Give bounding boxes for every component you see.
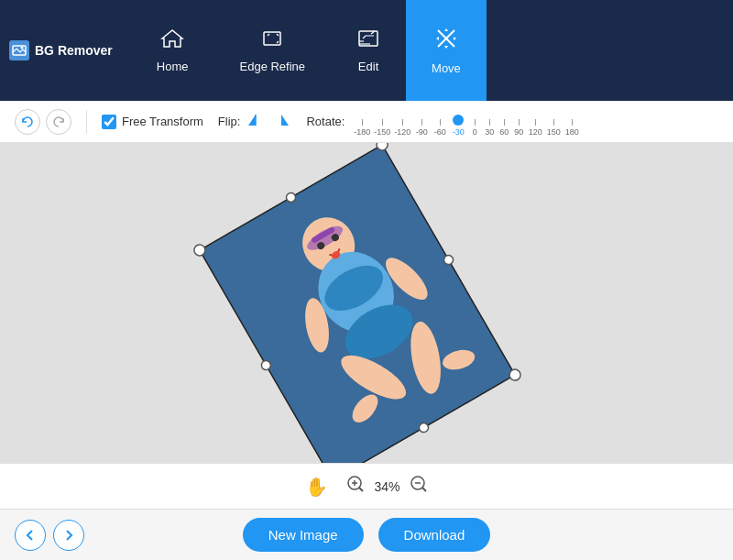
svg-line-42 bbox=[422, 488, 426, 491]
tab-edit-label: Edit bbox=[358, 60, 378, 73]
tick--60: -60 bbox=[431, 119, 449, 137]
rotate-ruler[interactable]: -180 -150 -120 -90 bbox=[352, 107, 581, 137]
tab-move-label: Move bbox=[432, 61, 461, 75]
rotate-label: Rotate: bbox=[306, 115, 345, 128]
main-layout: Free Transform Flip: Rotate: bbox=[0, 101, 733, 560]
redo-button[interactable] bbox=[46, 109, 71, 135]
edge-refine-icon bbox=[260, 28, 284, 52]
zoom-level-display: 34% bbox=[374, 479, 399, 494]
rotate-group: Rotate: -180 -150 bbox=[306, 107, 718, 137]
flip-group: Flip: bbox=[218, 113, 292, 131]
logo-icon bbox=[9, 40, 29, 60]
undo-button[interactable] bbox=[15, 109, 40, 135]
tick--30: -30 bbox=[449, 115, 467, 137]
svg-point-1 bbox=[21, 47, 24, 49]
free-transform-group: Free Transform bbox=[102, 115, 203, 129]
tab-move[interactable]: Move bbox=[406, 0, 487, 101]
undo-redo-group bbox=[15, 109, 71, 135]
tick-0: 0 bbox=[467, 119, 482, 137]
edit-icon bbox=[356, 28, 380, 52]
move-icon bbox=[434, 27, 458, 54]
app-header: BG Remover Home Edge Refine bbox=[0, 0, 733, 101]
tick-180: 180 bbox=[563, 119, 581, 137]
svg-marker-9 bbox=[281, 115, 289, 126]
tab-edge-refine[interactable]: Edge Refine bbox=[214, 0, 332, 101]
tick-150: 150 bbox=[544, 119, 563, 137]
tick-120: 120 bbox=[526, 119, 544, 137]
tick-60: 60 bbox=[497, 119, 511, 137]
free-transform-label: Free Transform bbox=[122, 115, 203, 128]
app-title: BG Remover bbox=[35, 43, 113, 58]
bottom-bar: ✋ 34% bbox=[0, 463, 733, 509]
canvas-svg bbox=[0, 143, 733, 463]
tick--180: -180 bbox=[352, 119, 372, 137]
tab-edge-refine-label: Edge Refine bbox=[240, 60, 306, 73]
svg-line-39 bbox=[359, 488, 363, 491]
app-logo: BG Remover bbox=[9, 40, 113, 60]
zoom-controls: 34% bbox=[346, 475, 427, 498]
next-button[interactable] bbox=[53, 520, 84, 551]
svg-marker-7 bbox=[248, 115, 256, 126]
tick-90: 90 bbox=[511, 119, 526, 137]
download-button[interactable]: Download bbox=[378, 518, 491, 552]
free-transform-checkbox[interactable] bbox=[102, 115, 116, 129]
zoom-out-button[interactable] bbox=[410, 475, 428, 498]
flip-horizontal-button[interactable] bbox=[246, 113, 266, 131]
tab-home[interactable]: Home bbox=[131, 0, 214, 101]
tick-30: 30 bbox=[482, 119, 497, 137]
footer: New Image Download bbox=[0, 509, 733, 560]
flip-vertical-button[interactable] bbox=[271, 113, 291, 131]
separator-1 bbox=[86, 110, 87, 134]
hand-tool-button[interactable]: ✋ bbox=[305, 476, 328, 498]
tick--150: -150 bbox=[372, 119, 392, 137]
prev-button[interactable] bbox=[15, 520, 46, 551]
tick--90: -90 bbox=[412, 119, 431, 137]
tick--120: -120 bbox=[392, 119, 412, 137]
home-icon bbox=[160, 28, 184, 52]
toolbar: Free Transform Flip: Rotate: bbox=[0, 101, 733, 143]
new-image-button[interactable]: New Image bbox=[243, 518, 364, 552]
nav-tabs: Home Edge Refine bbox=[131, 0, 487, 101]
tab-home-label: Home bbox=[157, 60, 189, 73]
zoom-in-button[interactable] bbox=[346, 475, 365, 498]
tab-edit[interactable]: Edit bbox=[331, 0, 406, 101]
flip-label: Flip: bbox=[218, 115, 241, 128]
main-canvas[interactable] bbox=[0, 143, 733, 463]
svg-rect-2 bbox=[264, 32, 280, 45]
